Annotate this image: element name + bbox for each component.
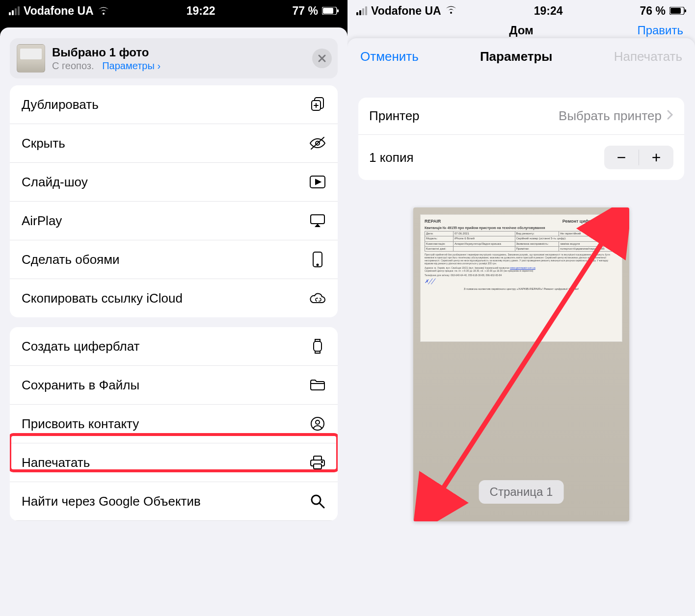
svg-point-18 bbox=[312, 495, 321, 504]
status-time: 19:24 bbox=[534, 4, 563, 18]
print-preview-area: REPAIR Ремонт цифрової техніки Квитанція… bbox=[382, 207, 661, 521]
page-preview[interactable]: REPAIR Ремонт цифрової техніки Квитанція… bbox=[413, 207, 629, 521]
status-bar: Vodafone UA 19:24 76 % bbox=[348, 0, 695, 22]
action-airplay[interactable]: AirPlay bbox=[10, 202, 338, 240]
share-title: Выбрано 1 фото bbox=[52, 46, 160, 59]
signal-icon bbox=[9, 6, 20, 15]
svg-rect-15 bbox=[314, 456, 321, 460]
cloud-link-icon bbox=[309, 290, 326, 307]
action-duplicate[interactable]: Дублировать bbox=[10, 85, 338, 124]
action-wallpaper[interactable]: Сделать обоями bbox=[10, 240, 338, 279]
action-group-1: Дублировать Скрыть Слайд-шоу AirPlay bbox=[10, 85, 338, 317]
share-header: Выбрано 1 фото С геопоз. Параметры › bbox=[10, 38, 338, 78]
eye-off-icon bbox=[309, 135, 326, 152]
share-options-link[interactable]: Параметры › bbox=[102, 60, 160, 71]
copies-stepper: − + bbox=[604, 146, 673, 169]
document-thumbnail: REPAIR Ремонт цифрової техніки Квитанція… bbox=[420, 214, 622, 342]
svg-point-9 bbox=[317, 264, 319, 266]
copies-row: 1 копия − + bbox=[358, 135, 684, 180]
battery-percent: 77 % bbox=[293, 4, 318, 18]
action-print[interactable]: Напечатать bbox=[10, 443, 338, 482]
search-icon bbox=[309, 493, 326, 510]
status-time: 19:22 bbox=[187, 4, 215, 18]
carrier-label: Vodafone UA bbox=[24, 4, 94, 18]
printer-value: Выбрать принтер bbox=[559, 108, 662, 124]
svg-rect-21 bbox=[670, 8, 681, 14]
svg-rect-2 bbox=[337, 9, 339, 12]
modal-header: Отменить Параметры Напечатать bbox=[348, 38, 695, 75]
right-screenshot: Vodafone UA 19:24 76 % Дом Править Отмен… bbox=[348, 0, 695, 616]
cancel-button[interactable]: Отменить bbox=[360, 49, 419, 64]
share-subtitle: С геопоз. Параметры › bbox=[52, 60, 160, 72]
printer-icon bbox=[309, 454, 326, 471]
left-screenshot: Vodafone UA 19:22 77 % Выбрано 1 фото С … bbox=[0, 0, 348, 616]
svg-rect-10 bbox=[314, 341, 321, 351]
chevron-right-icon bbox=[667, 108, 673, 124]
printer-label: Принтер bbox=[369, 108, 420, 124]
action-slideshow[interactable]: Слайд-шоу bbox=[10, 163, 338, 202]
action-watchface[interactable]: Создать циферблат bbox=[10, 327, 338, 366]
signal-icon bbox=[356, 6, 367, 15]
battery-icon bbox=[669, 4, 686, 18]
airplay-icon bbox=[309, 212, 326, 229]
copy-plus-icon bbox=[309, 96, 326, 113]
svg-point-17 bbox=[321, 462, 322, 462]
watch-icon bbox=[309, 338, 326, 355]
print-settings-group: Принтер Выбрать принтер 1 копия − + bbox=[358, 98, 684, 180]
modal-title: Параметры bbox=[480, 49, 553, 64]
folder-icon bbox=[309, 377, 326, 393]
svg-rect-22 bbox=[685, 9, 686, 12]
carrier-label: Vodafone UA bbox=[371, 4, 441, 18]
phone-icon bbox=[309, 251, 326, 268]
stepper-minus[interactable]: − bbox=[604, 146, 639, 169]
share-sheet: Выбрано 1 фото С геопоз. Параметры › Дуб… bbox=[0, 27, 348, 616]
page-badge: Страница 1 bbox=[479, 480, 564, 504]
svg-rect-16 bbox=[314, 464, 321, 469]
status-bar: Vodafone UA 19:22 77 % bbox=[0, 0, 348, 22]
action-group-2: Создать циферблат Сохранить в Файлы Прис… bbox=[10, 327, 338, 521]
close-button[interactable] bbox=[312, 49, 332, 68]
svg-point-13 bbox=[316, 420, 320, 424]
battery-percent: 76 % bbox=[640, 4, 666, 18]
wifi-icon bbox=[445, 4, 457, 18]
action-hide[interactable]: Скрыть bbox=[10, 124, 338, 163]
printer-row[interactable]: Принтер Выбрать принтер bbox=[358, 98, 684, 135]
play-rect-icon bbox=[309, 174, 326, 190]
action-save-files[interactable]: Сохранить в Файлы bbox=[10, 366, 338, 405]
battery-icon bbox=[322, 7, 339, 15]
svg-rect-7 bbox=[311, 215, 324, 224]
action-assign-contact[interactable]: Присвоить контакту bbox=[10, 405, 338, 443]
copies-label: 1 копия bbox=[369, 150, 414, 165]
wifi-icon bbox=[98, 6, 109, 16]
action-google-lens[interactable]: Найти через Google Объектив bbox=[10, 482, 338, 521]
svg-rect-1 bbox=[323, 8, 333, 14]
stepper-plus[interactable]: + bbox=[639, 146, 673, 169]
selected-photo-thumbnail bbox=[17, 44, 45, 73]
svg-line-19 bbox=[320, 504, 324, 508]
action-icloud-link[interactable]: Скопировать ссылку iCloud bbox=[10, 279, 338, 317]
print-options-modal: Отменить Параметры Напечатать Принтер Вы… bbox=[348, 38, 695, 616]
edit-button[interactable]: Править bbox=[637, 24, 683, 37]
print-button[interactable]: Напечатать bbox=[614, 49, 682, 64]
contact-icon bbox=[309, 415, 326, 432]
